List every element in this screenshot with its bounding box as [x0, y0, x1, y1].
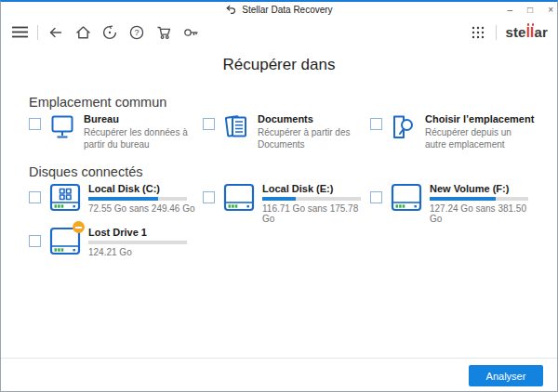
stellar-logo: stellar	[505, 24, 548, 40]
footer-bar: Analyser	[1, 358, 557, 391]
close-button[interactable]: ×	[548, 6, 553, 15]
system-drive-icon	[49, 183, 83, 214]
section-title-common-locations: Emplacement commun	[29, 95, 166, 110]
history-icon[interactable]	[100, 23, 119, 42]
toolbar: ?	[1, 18, 557, 46]
key-icon[interactable]	[181, 23, 200, 42]
card-documents[interactable]: Documents Récupérer à partir des Documen…	[203, 113, 372, 150]
logo-post: ar	[534, 24, 548, 40]
card-desc: Récupérer depuis un autre emplacement	[425, 126, 535, 150]
maximize-button[interactable]: □	[527, 6, 533, 15]
drive-item-lost[interactable]: Lost Drive 1 124.21 Go	[29, 227, 198, 257]
card-desktop[interactable]: Bureau Récupérer les données à partir du…	[29, 113, 198, 150]
back-icon[interactable]	[46, 23, 65, 42]
minimize-button[interactable]: –	[508, 6, 513, 15]
drive-name: Lost Drive 1	[88, 227, 187, 238]
drive-capacity: 72.55 Go sans 249.46 Go	[88, 203, 195, 214]
analyse-button[interactable]: Analyser	[469, 365, 543, 386]
drive-capacity: 124.21 Go	[88, 247, 187, 257]
switch-mode-icon	[225, 5, 236, 15]
page-title: Récupérer dans	[1, 56, 557, 74]
drive-name: Local Disk (C:)	[88, 183, 195, 194]
cart-icon[interactable]	[154, 23, 173, 42]
drive-usage-bar	[430, 197, 528, 201]
drive-item-c[interactable]: Local Disk (C:) 72.55 Go sans 249.46 Go	[29, 183, 198, 214]
lost-drive-badge-icon	[73, 221, 85, 233]
drive-capacity: 116.71 Go sans 175.78 Go	[262, 203, 372, 224]
logo-mid: ll	[526, 24, 535, 40]
drive-icon	[223, 183, 257, 224]
checkbox-drive-f[interactable]	[370, 191, 382, 203]
toolbar-divider	[496, 25, 497, 40]
help-icon[interactable]: ?	[127, 23, 146, 42]
checkbox-documents[interactable]	[203, 118, 215, 130]
main-content: Récupérer dans Emplacement commun Bureau…	[1, 46, 557, 359]
checkbox-lost-drive[interactable]	[29, 235, 41, 247]
checkbox-choose-location[interactable]	[370, 118, 382, 130]
drive-item-f[interactable]: New Volume (F:) 127.24 Go sans 381.50 Go	[370, 183, 539, 224]
title-bar: Stellar Data Recovery – □ ×	[1, 2, 557, 18]
documents-icon	[223, 113, 251, 150]
app-window: Stellar Data Recovery – □ ×	[0, 0, 558, 392]
desktop-icon	[49, 113, 77, 150]
card-title: Bureau	[84, 113, 203, 124]
card-desc: Récupérer les données à partir du bureau	[84, 126, 203, 150]
menu-icon[interactable]	[10, 23, 29, 42]
checkbox-desktop[interactable]	[29, 118, 41, 130]
window-title: Stellar Data Recovery	[242, 5, 332, 15]
drive-usage-bar	[262, 197, 361, 201]
checkbox-drive-c[interactable]	[29, 191, 41, 203]
home-icon[interactable]	[73, 23, 92, 42]
drive-icon	[391, 183, 424, 224]
section-title-connected-drives: Disques connectés	[29, 164, 143, 179]
drive-capacity: 127.24 Go sans 381.50 Go	[430, 203, 539, 224]
drive-usage-bar	[88, 241, 187, 244]
logo-pre: ste	[505, 24, 525, 40]
drive-usage-bar	[88, 197, 187, 201]
lost-drive-icon	[49, 227, 83, 257]
drive-name: Local Disk (E:)	[262, 183, 372, 194]
checkbox-drive-e[interactable]	[203, 191, 215, 203]
folder-search-icon	[391, 113, 418, 150]
apps-grid-icon[interactable]	[469, 23, 487, 42]
toolbar-divider	[37, 25, 38, 40]
svg-text:?: ?	[134, 28, 139, 37]
card-choose-location[interactable]: Choisir l’emplacement Récupérer depuis u…	[370, 113, 539, 150]
drive-name: New Volume (F:)	[430, 183, 539, 194]
card-title: Choisir l’emplacement	[425, 113, 535, 124]
drive-item-e[interactable]: Local Disk (E:) 116.71 Go sans 175.78 Go	[203, 183, 372, 224]
